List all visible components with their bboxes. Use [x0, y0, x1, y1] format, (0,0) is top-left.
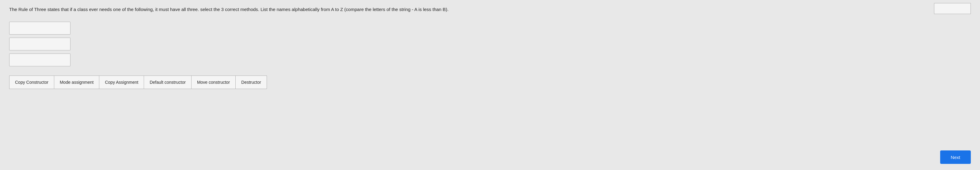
main-container: The Rule of Three states that if a class… — [0, 0, 980, 170]
answer-slot-1[interactable] — [9, 22, 70, 35]
answer-slot-3[interactable] — [9, 54, 70, 66]
option-button-move-constructor[interactable]: Move constructor — [191, 76, 235, 89]
options-row: Copy ConstructorMode assignmentCopy Assi… — [9, 76, 971, 89]
option-button-default-constructor[interactable]: Default constructor — [144, 76, 191, 89]
instruction-text: The Rule of Three states that if a class… — [9, 6, 898, 13]
option-button-mode-assignment[interactable]: Mode assignment — [54, 76, 99, 89]
answer-slots — [9, 22, 971, 66]
option-button-destructor[interactable]: Destructor — [235, 76, 267, 89]
top-right-box — [934, 3, 971, 14]
option-button-copy-assignment[interactable]: Copy Assignment — [99, 76, 144, 89]
answer-slot-2[interactable] — [9, 38, 70, 50]
submit-button[interactable]: Next — [940, 150, 971, 164]
option-button-copy-constructor[interactable]: Copy Constructor — [9, 76, 54, 89]
